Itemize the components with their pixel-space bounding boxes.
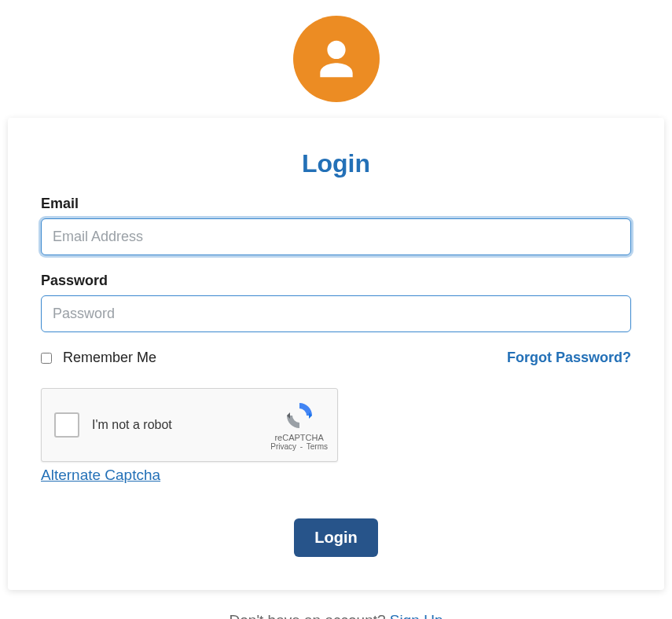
page-title: Login (41, 149, 631, 178)
recaptcha-separator: - (300, 442, 303, 451)
email-input[interactable] (41, 218, 631, 255)
remember-me-wrap[interactable]: Remember Me (41, 350, 156, 366)
email-label: Email (41, 196, 631, 212)
recaptcha-widget: I'm not a robot reCAPTCHA Privacy - Term… (41, 388, 338, 462)
remember-me-checkbox[interactable] (41, 353, 52, 364)
recaptcha-terms-link[interactable]: Terms (307, 442, 328, 451)
recaptcha-label: I'm not a robot (92, 418, 270, 432)
signup-link[interactable]: Sign Up (390, 612, 443, 619)
signup-prompt: Don't have an account? Sign Up (8, 612, 664, 619)
remember-me-label: Remember Me (63, 350, 156, 366)
recaptcha-checkbox[interactable] (54, 412, 79, 438)
password-input[interactable] (41, 295, 631, 332)
recaptcha-brand: reCAPTCHA (274, 433, 323, 442)
recaptcha-privacy-link[interactable]: Privacy (270, 442, 296, 451)
forgot-password-link[interactable]: Forgot Password? (507, 350, 631, 366)
user-avatar-icon (293, 16, 380, 102)
signup-text: Don't have an account? (230, 612, 390, 619)
login-card: Login Email Password Remember Me Forgot … (8, 118, 664, 590)
user-icon (312, 35, 361, 83)
alternate-captcha-link[interactable]: Alternate Captcha (41, 467, 160, 484)
recaptcha-icon (284, 400, 315, 431)
login-button[interactable]: Login (294, 518, 377, 557)
recaptcha-badge: reCAPTCHA Privacy - Terms (270, 400, 328, 451)
password-label: Password (41, 273, 631, 289)
